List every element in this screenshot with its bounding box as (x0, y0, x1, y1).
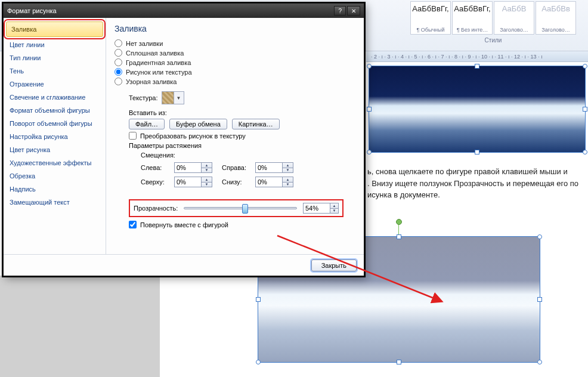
slider-thumb[interactable] (242, 204, 248, 214)
dialog-title: Формат рисунка (7, 7, 333, 14)
style-label: Заголово… (541, 27, 570, 33)
sidebar-item-picturecorrect[interactable]: Настройка рисунка (4, 130, 106, 143)
resize-handle[interactable] (537, 297, 542, 302)
sidebar-item-crop[interactable]: Обрезка (4, 169, 106, 183)
close-button[interactable]: ✕ (347, 6, 360, 16)
radio-label: Сплошная заливка (126, 50, 184, 57)
offset-top-label: Сверху: (141, 178, 174, 186)
sidebar-item-linestyle[interactable]: Тип линии (4, 51, 106, 64)
radio-solid-input[interactable] (114, 49, 122, 57)
spin-down-icon[interactable]: ▼ (202, 183, 212, 187)
offset-right-spinner[interactable]: ▲▼ (255, 162, 293, 173)
transparency-input[interactable] (304, 203, 330, 213)
offset-top-spinner[interactable]: ▲▼ (174, 177, 212, 187)
spin-down-icon[interactable]: ▼ (283, 183, 293, 187)
close-dialog-button[interactable]: Закрыть (311, 259, 357, 271)
style-swatch-normal[interactable]: АаБбВвГг, ¶ Обычный (410, 1, 451, 35)
spin-up-icon[interactable]: ▲ (283, 163, 293, 168)
transparency-slider[interactable] (184, 207, 297, 209)
offset-header: Смещения: (141, 152, 175, 159)
tile-checkbox[interactable] (129, 132, 137, 140)
spin-up-icon[interactable]: ▲ (202, 177, 212, 183)
offset-left-input[interactable] (175, 163, 201, 172)
radio-picture[interactable]: Рисунок или текстура (114, 68, 354, 76)
radio-picture-input[interactable] (114, 68, 122, 76)
spin-down-icon[interactable]: ▼ (330, 209, 338, 214)
sidebar-item-artistic[interactable]: Художественные эффекты (4, 156, 106, 169)
spin-up-icon[interactable]: ▲ (283, 177, 293, 183)
radio-label: Нет заливки (126, 40, 163, 47)
resize-handle[interactable] (256, 297, 261, 302)
resize-handle[interactable] (537, 234, 542, 239)
radio-pattern[interactable]: Узорная заливка (114, 78, 354, 85)
spin-down-icon[interactable]: ▼ (283, 168, 293, 173)
transparency-spinner[interactable]: ▲▼ (303, 203, 339, 214)
horizontal-ruler[interactable]: · 2 · ı · 3 · ı · 4 · ı · 5 · ı · 6 · ı … (366, 51, 588, 62)
resize-handle[interactable] (475, 150, 479, 154)
radio-label: Узорная заливка (126, 78, 177, 85)
resize-handle[interactable] (256, 360, 261, 364)
sidebar-item-linecolor[interactable]: Цвет линии (4, 38, 106, 51)
style-swatch-heading2[interactable]: АаБбВв Заголово… (536, 1, 576, 35)
radio-gradient-input[interactable] (114, 58, 122, 66)
panel-heading: Заливка (114, 24, 354, 33)
styles-group-label: Стили (410, 37, 576, 44)
sidebar-item-picturecolor[interactable]: Цвет рисунка (4, 143, 106, 156)
page-shadow (0, 276, 160, 377)
clipart-button[interactable]: Картинка… (232, 119, 280, 129)
resize-handle[interactable] (537, 360, 542, 364)
radio-nofill-input[interactable] (114, 39, 122, 47)
spin-up-icon[interactable]: ▲ (330, 203, 338, 209)
radio-solid[interactable]: Сплошная заливка (114, 49, 354, 57)
transparency-block: Прозрачность: ▲▼ (129, 199, 343, 217)
offset-left-label: Слева: (141, 164, 174, 171)
style-swatch-nospacing[interactable]: АаБбВвГг, ¶ Без инте… (452, 1, 493, 35)
resize-handle[interactable] (367, 107, 372, 112)
sidebar-item-glow[interactable]: Свечение и сглаживание (4, 91, 106, 104)
spin-up-icon[interactable]: ▲ (202, 163, 212, 168)
sidebar-item-fill[interactable]: Заливка (6, 21, 103, 37)
clipboard-button[interactable]: Буфер обмена (169, 119, 227, 129)
dialog-footer: Закрыть (4, 254, 364, 276)
radio-pattern-input[interactable] (114, 78, 122, 85)
sidebar-item-3dformat[interactable]: Формат объемной фигуры (4, 104, 106, 117)
document-text: ь, снова щелкаете по фигуре правой клави… (367, 166, 578, 201)
resize-handle[interactable] (397, 234, 401, 239)
resize-handle[interactable] (583, 150, 587, 154)
sidebar-item-3drotation[interactable]: Поворот объемной фигуры (4, 117, 106, 130)
rotate-handle[interactable] (396, 219, 402, 225)
tile-checkbox-row[interactable]: Преобразовать рисунок в текстуру (129, 132, 354, 140)
texture-dropdown[interactable]: ▼ (162, 91, 184, 104)
titlebar[interactable]: Формат рисунка ? ✕ (4, 4, 364, 18)
help-button[interactable]: ? (334, 6, 346, 16)
resize-handle[interactable] (367, 64, 372, 69)
file-button[interactable]: Файл… (129, 119, 165, 129)
radio-label: Градиентная заливка (126, 59, 191, 66)
spin-down-icon[interactable]: ▼ (202, 168, 212, 173)
resize-handle[interactable] (367, 150, 372, 154)
offset-bottom-input[interactable] (256, 177, 282, 187)
offset-left-spinner[interactable]: ▲▼ (174, 162, 212, 173)
selected-image-top[interactable] (369, 66, 586, 153)
resize-handle[interactable] (397, 360, 401, 364)
text-line: исунка в документе. (367, 189, 578, 201)
style-sample: АаБбВвГг, (454, 4, 490, 13)
style-sample: АаБбВв (541, 4, 570, 13)
style-swatch-heading1[interactable]: АаБбВ Заголово… (494, 1, 534, 35)
offset-bottom-spinner[interactable]: ▲▼ (255, 177, 293, 187)
resize-handle[interactable] (583, 107, 587, 112)
resize-handle[interactable] (583, 64, 587, 69)
radio-gradient[interactable]: Градиентная заливка (114, 58, 354, 66)
fill-panel: Заливка Нет заливки Сплошная заливка Гра… (106, 18, 364, 254)
sidebar-item-shadow[interactable]: Тень (4, 64, 106, 78)
style-sample: АаБбВвГг, (412, 4, 448, 13)
resize-handle[interactable] (475, 64, 479, 69)
rotate-checkbox[interactable] (129, 221, 137, 228)
sidebar-item-textbox[interactable]: Надпись (4, 183, 106, 196)
sidebar-item-reflection[interactable]: Отражение (4, 78, 106, 91)
rotate-with-shape-row[interactable]: Повернуть вместе с фигурой (129, 221, 354, 228)
radio-nofill[interactable]: Нет заливки (114, 39, 354, 47)
offset-top-input[interactable] (175, 177, 201, 187)
sidebar-item-alttext[interactable]: Замещающий текст (4, 196, 106, 209)
offset-right-input[interactable] (256, 163, 282, 172)
